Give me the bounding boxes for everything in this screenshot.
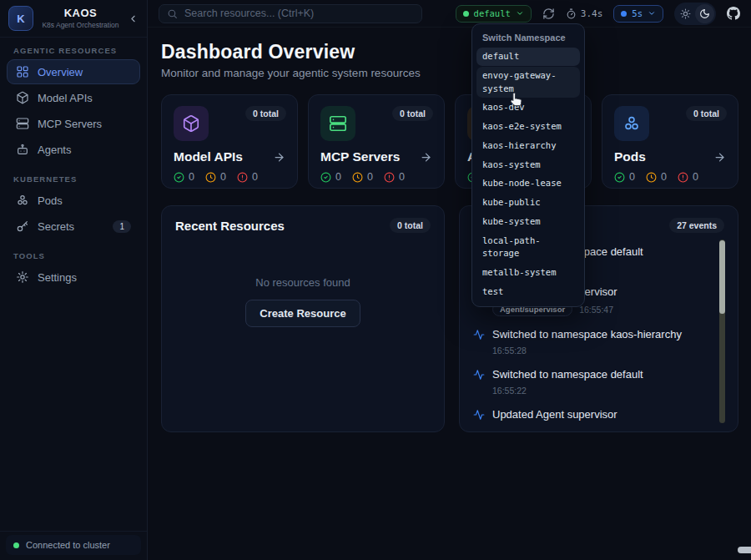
sidebar-nav: AGENTIC RESOURCES Overview Model APIs MC…	[0, 38, 147, 290]
chevron-down-icon	[516, 9, 524, 18]
namespace-selector[interactable]: default	[456, 5, 532, 23]
refresh-interval-selector[interactable]: 5s	[613, 5, 663, 23]
create-resource-button[interactable]: Create Resource	[245, 300, 360, 327]
pods-icon	[622, 114, 641, 133]
resource-cards-row: 0 total Model APIs 0 0 0 0 tota	[161, 94, 738, 189]
panels-row: Recent Resources 0 total No resources fo…	[161, 205, 738, 432]
search-icon	[167, 8, 178, 19]
mcp-servers-tile	[320, 106, 355, 141]
server-icon	[329, 114, 347, 133]
secrets-count-badge: 1	[113, 220, 131, 233]
namespace-option-default[interactable]: default	[476, 48, 580, 66]
namespace-option-kube-node-lease[interactable]: kube-node-lease	[476, 174, 580, 193]
sidebar-item-overview[interactable]: Overview	[7, 59, 140, 84]
dark-theme-button[interactable]	[695, 4, 714, 23]
sidebar-item-settings[interactable]: Settings	[7, 265, 140, 290]
namespace-option-kaos-hierarchy[interactable]: kaos-hierarchy	[476, 137, 580, 155]
sidebar-collapse-button[interactable]	[128, 13, 139, 24]
card-mcp-servers[interactable]: 0 total MCP Servers 0 0 0	[308, 94, 445, 189]
namespace-option-kaos-e2e-system[interactable]: kaos-e2e-system	[476, 118, 580, 136]
namespace-option-kube-system[interactable]: kube-system	[476, 213, 580, 231]
main-area: default 3.4s 5s	[148, 0, 751, 560]
total-badge: 0 total	[392, 106, 433, 121]
clock-icon	[205, 172, 216, 183]
alert-circle-icon	[384, 172, 395, 183]
server-icon	[16, 117, 29, 130]
activity-icon	[473, 409, 485, 432]
arrow-right-icon[interactable]	[420, 151, 432, 164]
connected-status-dot-icon	[13, 542, 19, 548]
interval-selected-label: 5s	[632, 8, 643, 18]
sidebar-item-mcp-servers[interactable]: MCP Servers	[7, 111, 140, 136]
namespace-option-envoy-gateway-system[interactable]: envoy-gateway-system	[476, 67, 580, 98]
empty-message: No resources found	[255, 276, 350, 289]
chevron-down-icon	[648, 9, 656, 18]
interval-status-dot-icon	[621, 11, 627, 17]
namespace-dropdown: Switch Namespace default envoy-gateway-s…	[471, 23, 585, 307]
refresh-button[interactable]	[542, 8, 555, 20]
card-title: MCP Servers	[320, 149, 400, 164]
card-title: Model APIs	[174, 149, 243, 164]
events-count-badge: 27 events	[669, 218, 724, 233]
card-pods[interactable]: 0 total Pods 0 0 0	[602, 94, 738, 189]
sidebar-item-label: Settings	[38, 271, 77, 284]
sidebar-header: K KAOS K8s Agent Orchestration	[0, 0, 147, 38]
event-title: Switched to namespace default	[492, 368, 643, 381]
sidebar-item-agents[interactable]: Agents	[7, 137, 140, 162]
namespace-option-kube-public[interactable]: kube-public	[476, 194, 580, 212]
event-item: Switched to namespace default 16:55:22	[473, 368, 701, 396]
app-logo: K	[8, 6, 33, 31]
horizontal-scrollbar-sliver[interactable]	[738, 547, 751, 553]
event-time: 16:55:47	[579, 305, 613, 315]
sidebar-item-pods[interactable]: Pods	[7, 188, 140, 213]
event-title: Switched to namespace kaos-hierarchy	[492, 328, 682, 341]
app-window: K KAOS K8s Agent Orchestration AGENTIC R…	[0, 0, 751, 560]
topbar-right: default 3.4s 5s	[456, 3, 740, 25]
search-input[interactable]	[184, 8, 414, 19]
sidebar-item-label: MCP Servers	[38, 118, 102, 130]
total-badge: 0 total	[245, 106, 286, 121]
github-link[interactable]	[727, 7, 740, 20]
search-box[interactable]	[159, 4, 422, 23]
namespace-dropdown-header: Switch Namespace	[476, 28, 580, 48]
light-theme-button[interactable]	[676, 4, 695, 23]
namespace-selected-label: default	[474, 8, 511, 18]
section-label-agentic-resources: AGENTIC RESOURCES	[13, 46, 134, 55]
dashboard-content: Dashboard Overview Monitor and manage yo…	[148, 28, 751, 560]
github-icon	[727, 7, 740, 20]
namespace-option-kaos-dev[interactable]: kaos-dev	[476, 98, 580, 117]
namespace-option-local-path-storage[interactable]: local-path-storage	[476, 232, 580, 264]
cluster-status-text: Connected to cluster	[26, 540, 110, 550]
events-scrollbar-thumb[interactable]	[719, 240, 725, 314]
gear-icon	[16, 270, 29, 284]
moon-icon	[699, 8, 710, 19]
check-circle-icon	[614, 172, 625, 183]
namespace-option-test[interactable]: test	[476, 283, 580, 301]
card-model-apis[interactable]: 0 total Model APIs 0 0 0	[161, 94, 298, 189]
event-time: 16:55:28	[492, 346, 527, 356]
activity-icon	[473, 369, 485, 396]
refresh-icon	[542, 8, 555, 20]
arrow-right-icon[interactable]	[713, 151, 726, 164]
clock-icon	[352, 172, 363, 183]
sidebar: K KAOS K8s Agent Orchestration AGENTIC R…	[0, 0, 148, 560]
events-scrollbar[interactable]	[719, 240, 725, 423]
cluster-status: Connected to cluster	[6, 535, 141, 555]
namespace-option-kaos-system[interactable]: kaos-system	[476, 156, 580, 174]
stopwatch-icon	[566, 8, 577, 19]
page-subtitle: Monitor and manage your agentic system r…	[161, 66, 738, 81]
sidebar-item-secrets[interactable]: Secrets 1	[7, 214, 140, 239]
namespace-option-metallb-system[interactable]: metallb-system	[476, 264, 580, 282]
namespace-status-dot-icon	[463, 11, 469, 17]
status-row: 0 0 0	[614, 171, 726, 183]
arrow-right-icon[interactable]	[273, 151, 285, 164]
sun-icon	[680, 8, 691, 19]
refresh-duration: 3.4s	[566, 8, 603, 19]
app-title: KAOS	[39, 8, 122, 20]
check-circle-icon	[174, 172, 184, 183]
section-label-tools: TOOLS	[13, 251, 134, 260]
cube-icon	[182, 114, 200, 133]
status-row: 0 0 0	[174, 171, 285, 183]
theme-toggle[interactable]	[674, 3, 716, 25]
sidebar-item-model-apis[interactable]: Model APIs	[7, 85, 140, 110]
